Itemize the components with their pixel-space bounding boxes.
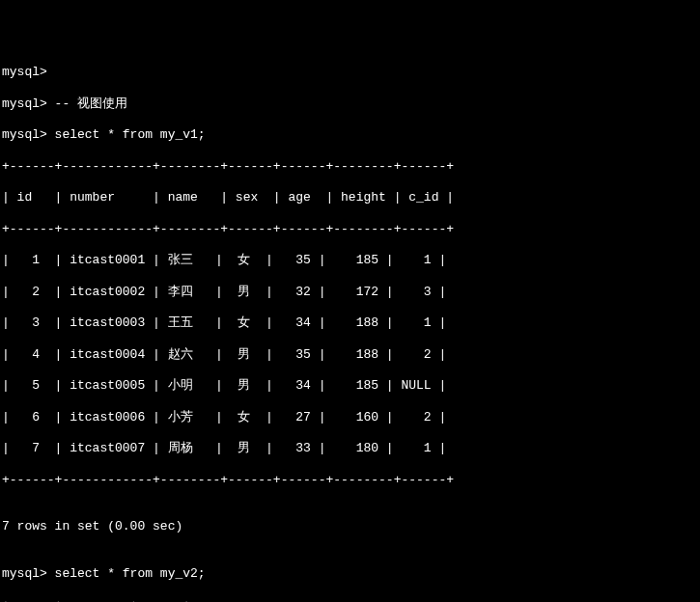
query-line-v1: mysql> select * from my_v1;	[2, 127, 698, 143]
v1-row: | 6 | itcast0006 | 小芳 | 女 | 27 | 160 | 2…	[2, 410, 698, 425]
v1-header: | id | number | name | sex | age | heigh…	[2, 190, 698, 205]
v1-border-mid: +------+------------+--------+------+---…	[2, 222, 698, 237]
query-line-v2: mysql> select * from my_v2;	[2, 566, 698, 582]
v2-border-top: +------+---------+------+	[2, 598, 698, 603]
comment-line: mysql> -- 视图使用	[2, 96, 698, 112]
v1-row: | 1 | itcast0001 | 张三 | 女 | 35 | 185 | 1…	[2, 253, 698, 268]
v1-border-top: +------+------------+--------+------+---…	[2, 159, 698, 175]
v1-row: | 3 | itcast0003 | 王五 | 女 | 34 | 188 | 1…	[2, 315, 698, 331]
prompt-line: mysql>	[2, 65, 698, 80]
v1-row: | 4 | itcast0004 | 赵六 | 男 | 35 | 188 | 2…	[2, 347, 698, 363]
v1-border-bottom: +------+------------+--------+------+---…	[2, 473, 698, 488]
v1-row: | 2 | itcast0002 | 李四 | 男 | 32 | 172 | 3…	[2, 285, 698, 300]
v1-row: | 7 | itcast0007 | 周杨 | 男 | 33 | 180 | 1…	[2, 441, 698, 456]
v1-row: | 5 | itcast0005 | 小明 | 男 | 34 | 185 | N…	[2, 378, 698, 394]
v1-footer: 7 rows in set (0.00 sec)	[2, 519, 698, 534]
